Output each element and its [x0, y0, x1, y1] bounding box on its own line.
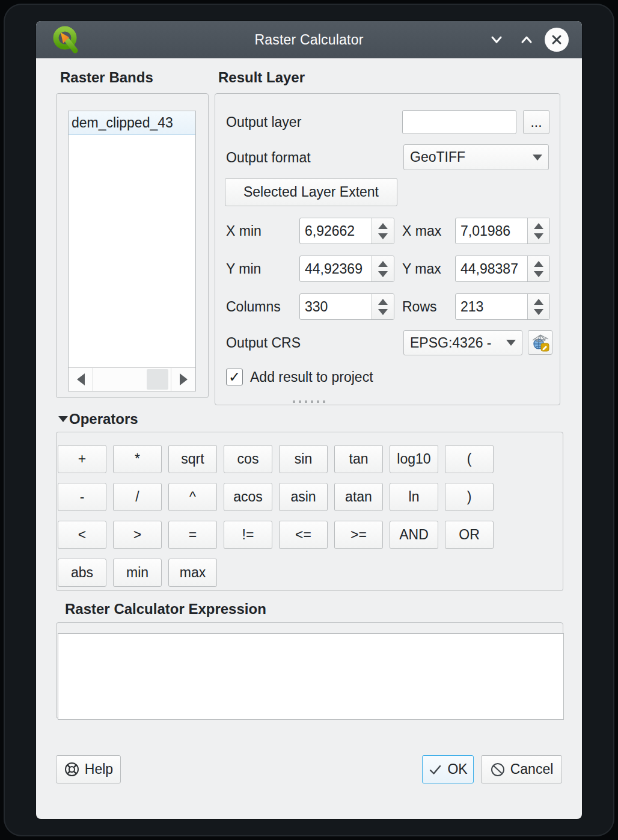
scroll-left-button[interactable] [69, 368, 93, 391]
output-layer-label: Output layer [226, 114, 301, 130]
operator-greater-than-button[interactable]: > [113, 521, 162, 549]
spin-buttons [527, 256, 549, 281]
spin-up-icon[interactable] [378, 223, 388, 229]
operator-asin-button[interactable]: asin [279, 483, 328, 511]
rows-spinbox[interactable]: 213 [455, 293, 550, 320]
select-crs-button[interactable] [528, 330, 552, 355]
x-max-spinbox[interactable]: 7,01986 [455, 218, 550, 244]
operator-less-than-button[interactable]: < [58, 521, 106, 549]
spin-down-icon[interactable] [378, 309, 388, 315]
help-label: Help [85, 761, 113, 777]
x-min-value: 6,92662 [300, 218, 372, 244]
result-layer-heading: Result Layer [218, 69, 305, 86]
cancel-prohibition-icon [490, 762, 506, 777]
columns-spinbox[interactable]: 330 [299, 293, 394, 320]
operator-open-paren-button[interactable]: ( [445, 445, 494, 473]
spin-up-icon[interactable] [534, 223, 543, 229]
spin-down-icon[interactable] [534, 233, 543, 239]
output-crs-label: Output CRS [226, 335, 301, 351]
spin-down-icon[interactable] [534, 309, 543, 315]
add-result-checkbox[interactable]: ✓ [226, 369, 243, 385]
output-layer-input[interactable] [402, 110, 516, 134]
operator-greater-equal-button[interactable]: >= [334, 521, 383, 549]
operator-cos-button[interactable]: cos [224, 445, 272, 473]
list-item[interactable]: dem_clipped_43 [69, 111, 195, 135]
titlebar[interactable]: Raster Calculator [36, 21, 582, 58]
operator-power-button[interactable]: ^ [168, 483, 217, 511]
scroll-right-button[interactable] [171, 368, 195, 391]
cancel-button[interactable]: Cancel [481, 755, 562, 783]
operator-and-button[interactable]: AND [390, 521, 438, 549]
y-min-label: Y min [226, 261, 261, 277]
ok-button[interactable]: OK [422, 755, 474, 783]
operator-not-equals-button[interactable]: != [224, 521, 272, 549]
operator-acos-button[interactable]: acos [224, 483, 272, 511]
band-name: dem_clipped_43 [72, 115, 173, 131]
chevron-down-icon [533, 155, 542, 161]
maximize-button[interactable] [515, 28, 539, 52]
cancel-label: Cancel [510, 761, 554, 777]
expression-textarea[interactable] [58, 633, 564, 720]
operator-multiply-button[interactable]: * [113, 445, 162, 473]
spin-buttons [527, 218, 549, 244]
spin-up-icon[interactable] [378, 261, 388, 267]
operator-equals-button[interactable]: = [168, 521, 217, 549]
operator-sin-button[interactable]: sin [279, 445, 328, 473]
y-max-spinbox[interactable]: 44,98387 [455, 256, 550, 282]
operator-sqrt-button[interactable]: sqrt [168, 445, 217, 473]
check-icon [428, 762, 442, 777]
close-button[interactable] [545, 28, 569, 52]
operator-abs-button[interactable]: abs [58, 559, 106, 587]
chevron-up-icon [519, 32, 534, 48]
spin-down-icon[interactable] [378, 271, 388, 277]
output-crs-select[interactable]: EPSG:4326 - [403, 330, 522, 355]
checkmark-icon: ✓ [228, 370, 240, 384]
operator-log10-button[interactable]: log10 [390, 445, 438, 473]
spin-up-icon[interactable] [378, 299, 388, 305]
operator-min-button[interactable]: min [113, 559, 162, 587]
x-max-label: X max [402, 223, 441, 239]
operator-atan-button[interactable]: atan [334, 483, 383, 511]
operator-divide-button[interactable]: / [113, 483, 162, 511]
x-min-spinbox[interactable]: 6,92662 [299, 218, 394, 244]
selected-layer-extent-button[interactable]: Selected Layer Extent [225, 178, 397, 206]
minimize-button[interactable] [485, 28, 509, 52]
y-max-label: Y max [402, 261, 441, 277]
spin-up-icon[interactable] [534, 299, 543, 305]
operators-group: + * sqrt cos sin tan log10 ( - / ^ acos … [56, 432, 563, 591]
spin-down-icon[interactable] [534, 271, 543, 277]
operator-minus-button[interactable]: - [58, 483, 106, 511]
close-icon [549, 32, 564, 47]
operator-less-equal-button[interactable]: <= [279, 521, 328, 549]
y-min-spinbox[interactable]: 44,92369 [299, 256, 394, 282]
x-max-value: 7,01986 [456, 218, 527, 244]
operator-tan-button[interactable]: tan [334, 445, 383, 473]
spin-buttons [372, 256, 394, 281]
spin-up-icon[interactable] [534, 261, 543, 267]
operator-max-button[interactable]: max [168, 559, 217, 587]
arrow-right-icon [180, 373, 188, 385]
raster-bands-heading: Raster Bands [60, 69, 153, 86]
crs-globe-icon [531, 333, 550, 352]
operators-heading[interactable]: Operators [69, 411, 138, 428]
scrollbar-thumb[interactable] [147, 369, 168, 390]
raster-bands-list[interactable]: dem_clipped_43 [68, 111, 196, 391]
operator-close-paren-button[interactable]: ) [445, 483, 494, 511]
expression-heading: Raster Calculator Expression [65, 601, 266, 618]
spin-down-icon[interactable] [378, 233, 388, 239]
operator-or-button[interactable]: OR [445, 521, 494, 549]
raster-calculator-dialog: Raster Calculator Raster Bands dem_clipp… [36, 21, 582, 819]
rows-value: 213 [456, 294, 527, 319]
browse-output-button[interactable]: ... [523, 110, 549, 134]
collapse-arrow-icon[interactable] [58, 416, 68, 422]
splitter-handle[interactable] [36, 400, 582, 403]
raster-bands-group: dem_clipped_43 [56, 93, 209, 398]
operator-ln-button[interactable]: ln [390, 483, 438, 511]
y-max-value: 44,98387 [456, 256, 527, 281]
scrollbar-track[interactable] [93, 368, 171, 391]
operator-plus-button[interactable]: + [58, 445, 106, 473]
help-button[interactable]: Help [56, 755, 121, 783]
output-format-label: Output format [226, 150, 311, 166]
output-format-select[interactable]: GeoTIFF [403, 144, 549, 170]
horizontal-scrollbar[interactable] [69, 367, 195, 391]
